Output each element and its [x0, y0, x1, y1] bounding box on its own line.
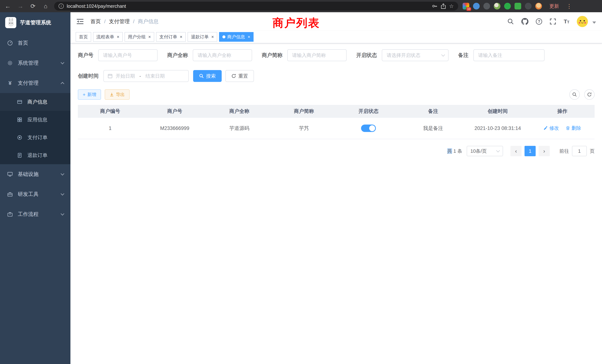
- browser-back-button[interactable]: ←: [4, 3, 12, 10]
- browser-refresh-button[interactable]: ⟳: [29, 3, 37, 10]
- close-icon[interactable]: ×: [211, 35, 214, 39]
- merchant-table: 商户编号 商户号 商户全称 商户简称 开启状态 备注 创建时间 操作 1 M23…: [78, 105, 595, 139]
- app-title: 芋道管理系统: [20, 19, 51, 26]
- breadcrumb-pay[interactable]: 支付管理: [109, 18, 130, 25]
- col-create-time: 创建时间: [465, 105, 530, 118]
- user-avatar[interactable]: [577, 16, 588, 27]
- remark-input[interactable]: [473, 49, 545, 61]
- refresh-icon[interactable]: [584, 89, 595, 100]
- goto-page-input[interactable]: [572, 146, 587, 156]
- password-key-icon[interactable]: [432, 3, 438, 9]
- cell-merchant-no: M233666999: [142, 118, 207, 139]
- extension-icon[interactable]: [504, 3, 511, 10]
- search-icon[interactable]: [507, 18, 514, 25]
- sidebar-item-label: 研发工具: [18, 191, 39, 198]
- address-bar[interactable]: i localhost:1024/pay/merchant ☆: [54, 2, 458, 11]
- table-header-row: 商户编号 商户号 商户全称 商户简称 开启状态 备注 创建时间 操作: [78, 105, 595, 118]
- browser-home-button[interactable]: ⌂: [42, 3, 50, 10]
- merchant-short-input[interactable]: [287, 49, 347, 61]
- sidebar-item-label: 支付订单: [27, 134, 47, 141]
- delete-button[interactable]: 删除: [566, 125, 581, 131]
- col-merchant-name: 商户全称: [207, 105, 272, 118]
- document-icon: [16, 152, 23, 158]
- sidebar-item-pay[interactable]: ¥ 支付管理: [0, 73, 70, 93]
- header-actions: ? TT: [507, 16, 596, 27]
- edit-button[interactable]: 修改: [543, 125, 559, 131]
- app-frame: 芋道管理系统 首页 系统管理 ¥ 支付管理 商户信息 应用信息: [0, 12, 602, 364]
- browser-forward-button[interactable]: →: [16, 3, 24, 10]
- bookmark-star-icon[interactable]: ☆: [449, 3, 454, 9]
- sidebar-collapse-icon[interactable]: [76, 18, 84, 25]
- tags-view-bar: 首页 流程表单× 用户分组× 支付订单× 退款订单× 商户信息×: [70, 31, 602, 43]
- help-icon[interactable]: ?: [536, 18, 542, 25]
- page-1-button[interactable]: 1: [525, 146, 536, 156]
- toggle-search-icon[interactable]: [569, 89, 580, 100]
- close-icon[interactable]: ×: [248, 35, 250, 39]
- app-logo[interactable]: 芋道管理系统: [0, 12, 70, 33]
- extension-icon[interactable]: [494, 3, 500, 10]
- monitor-icon: [7, 171, 13, 177]
- tab-refund-order[interactable]: 退款订单×: [188, 32, 217, 42]
- breadcrumb-home[interactable]: 首页: [90, 18, 101, 25]
- font-size-icon[interactable]: TT: [564, 18, 569, 25]
- status-toggle[interactable]: [361, 125, 376, 132]
- status-label: 开启状态: [356, 52, 377, 59]
- next-page-button[interactable]: ›: [539, 146, 550, 156]
- briefcase-icon: [7, 211, 13, 217]
- extension-icon[interactable]: [483, 3, 490, 10]
- sidebar-item-label: 商户信息: [27, 99, 47, 105]
- share-icon[interactable]: [441, 3, 446, 9]
- close-icon[interactable]: ×: [180, 35, 182, 39]
- close-icon[interactable]: ×: [148, 35, 151, 39]
- sidebar-item-refund-order[interactable]: 退款订单: [0, 146, 70, 164]
- extension-icon[interactable]: [535, 3, 542, 10]
- close-icon[interactable]: ×: [117, 35, 119, 39]
- browser-menu-icon[interactable]: ⋮: [565, 3, 573, 10]
- grid-icon: [16, 117, 23, 122]
- create-time-label: 创建时间: [78, 73, 99, 79]
- extension-icon[interactable]: [515, 3, 521, 10]
- download-icon: [109, 92, 114, 97]
- extension-icon[interactable]: [525, 3, 532, 10]
- user-caret-down-icon[interactable]: [592, 21, 596, 24]
- sidebar-item-infra[interactable]: 基础设施: [0, 164, 70, 184]
- sidebar-item-system[interactable]: 系统管理: [0, 53, 70, 73]
- github-icon[interactable]: [521, 18, 528, 25]
- breadcrumb-current: 商户信息: [138, 18, 159, 25]
- cell-status: [336, 118, 401, 139]
- sidebar-item-merchant-info[interactable]: 商户信息: [0, 93, 70, 111]
- cell-merchant-name: 芋道源码: [207, 118, 272, 139]
- tab-home[interactable]: 首页: [76, 32, 91, 42]
- sidebar-item-home[interactable]: 首页: [0, 33, 70, 53]
- tab-pay-order[interactable]: 支付订单×: [156, 32, 186, 42]
- add-button[interactable]: + 新增: [78, 89, 101, 100]
- sidebar-item-workflow[interactable]: 工作流程: [0, 204, 70, 224]
- plus-icon: +: [83, 92, 86, 97]
- start-date-placeholder: 开始日期: [116, 73, 135, 79]
- export-button[interactable]: 导出: [105, 89, 129, 100]
- date-range-picker[interactable]: 开始日期 - 结束日期: [103, 70, 189, 82]
- tab-merchant-info[interactable]: 商户信息×: [219, 32, 254, 42]
- fullscreen-icon[interactable]: [549, 18, 556, 25]
- prev-page-button[interactable]: ‹: [510, 146, 522, 156]
- browser-update-button[interactable]: 更新: [549, 3, 559, 10]
- tab-user-group[interactable]: 用户分组×: [125, 32, 154, 42]
- sidebar-item-devtools[interactable]: 研发工具: [0, 184, 70, 204]
- status-select[interactable]: [382, 49, 449, 61]
- search-button[interactable]: 搜索: [193, 70, 222, 82]
- merchant-no-label: 商户号: [78, 52, 93, 59]
- reset-button[interactable]: 重置: [225, 70, 254, 82]
- sidebar-item-app-info[interactable]: 应用信息: [0, 111, 70, 129]
- extension-icon[interactable]: [473, 3, 480, 10]
- tab-process-form[interactable]: 流程表单×: [93, 32, 123, 42]
- sidebar-item-pay-order[interactable]: 支付订单: [0, 129, 70, 146]
- filter-row-2: 创建时间 开始日期 - 结束日期 搜索 重置: [78, 70, 595, 82]
- pay-submenu: 商户信息 应用信息 支付订单 退款订单: [0, 93, 70, 164]
- main-area: 首页 / 支付管理 / 商户信息 商户列表 ? TT 首页 流程表单× 用户分组…: [70, 12, 602, 364]
- page-info-icon[interactable]: i: [59, 3, 64, 9]
- merchant-no-input[interactable]: [98, 49, 158, 61]
- card-icon: [16, 99, 23, 105]
- page-size-select[interactable]: 10条/页: [467, 146, 503, 156]
- merchant-name-input[interactable]: [193, 49, 252, 61]
- extension-icon[interactable]: 10: [463, 3, 469, 10]
